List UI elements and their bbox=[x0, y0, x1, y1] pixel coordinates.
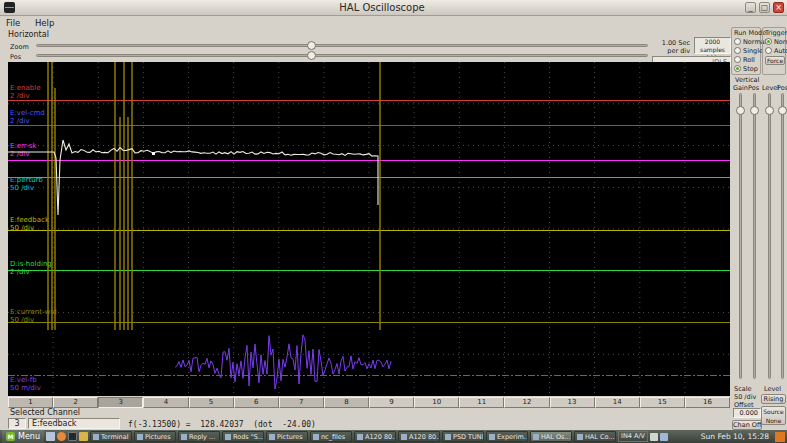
trigger-source-button[interactable]: Source None bbox=[761, 406, 786, 425]
window-button-label: Reply ... bbox=[189, 433, 215, 441]
channel-button-8[interactable]: 8 bbox=[324, 397, 369, 408]
taskbar-window-button[interactable]: HAL Os... bbox=[530, 431, 572, 442]
taskbar-window-button[interactable]: Pictures bbox=[134, 431, 176, 442]
browser-icon[interactable] bbox=[57, 432, 66, 441]
taskbar-window-button[interactable]: Experim... bbox=[486, 431, 528, 442]
slider-handle[interactable] bbox=[307, 41, 316, 50]
cursor-readout: f(-3.13500) = 128.42037 (dot -24.00) bbox=[128, 420, 316, 429]
slider-groove bbox=[36, 44, 648, 47]
channel-button-16[interactable]: 16 bbox=[685, 397, 730, 408]
pos-slider[interactable] bbox=[36, 51, 648, 60]
taskbar: M Menu TerminalPicturesReply ...Rods "S.… bbox=[0, 430, 787, 443]
slider-handle[interactable] bbox=[778, 106, 787, 115]
runmode-options-normal[interactable]: Normal bbox=[734, 37, 758, 46]
slider-handle[interactable] bbox=[750, 106, 759, 115]
channel-button-9[interactable]: 9 bbox=[369, 397, 414, 408]
volume-icon[interactable] bbox=[650, 433, 658, 441]
taskbar-window-button[interactable]: nc_files bbox=[310, 431, 352, 442]
window-titlebar[interactable]: HAL Oscilloscope _ ▢ × bbox=[0, 0, 787, 16]
slider-handle[interactable] bbox=[307, 51, 316, 60]
source-value: None bbox=[762, 416, 785, 425]
selected-channel-name-input[interactable]: E:feedback bbox=[28, 418, 120, 429]
minimize-button[interactable]: _ bbox=[745, 2, 756, 13]
vertical-pos-slider[interactable] bbox=[750, 93, 759, 379]
slider-handle[interactable] bbox=[765, 106, 774, 115]
channel-button-12[interactable]: 12 bbox=[504, 397, 549, 408]
radio-label: Roll bbox=[743, 56, 755, 64]
window-icon bbox=[181, 434, 187, 440]
taskbar-window-button[interactable]: Rods "S... bbox=[222, 431, 264, 442]
window-button-label: nc_files bbox=[321, 433, 345, 441]
selected-channel-number: 3 bbox=[8, 418, 26, 429]
force-button[interactable]: Force bbox=[765, 56, 785, 65]
channel-button-7[interactable]: 7 bbox=[279, 397, 324, 408]
trigger-level-slider[interactable] bbox=[765, 93, 774, 379]
window-icon bbox=[225, 434, 231, 440]
channel-button-5[interactable]: 5 bbox=[189, 397, 234, 408]
files-icon[interactable] bbox=[79, 432, 88, 441]
window-button-label: A120 80... bbox=[409, 433, 440, 441]
start-menu-button[interactable]: M Menu bbox=[2, 430, 44, 443]
channel-button-3[interactable]: 3 bbox=[98, 397, 143, 408]
vertical-pos-header: Pos bbox=[748, 84, 759, 92]
show-desktop-icon[interactable] bbox=[46, 432, 55, 441]
channel-button-14[interactable]: 14 bbox=[595, 397, 640, 408]
channel-button-6[interactable]: 6 bbox=[234, 397, 279, 408]
taskbar-window-button[interactable]: HAL Co... bbox=[574, 431, 616, 442]
taskbar-window-button[interactable]: Terminal bbox=[90, 431, 132, 442]
channel-button-4[interactable]: 4 bbox=[143, 397, 188, 408]
terminal-icon[interactable] bbox=[68, 432, 77, 441]
clock[interactable]: Sun Feb 10, 15:28 bbox=[701, 432, 773, 441]
source-label: Source bbox=[762, 407, 785, 416]
channel-button-15[interactable]: 15 bbox=[640, 397, 685, 408]
close-button[interactable]: × bbox=[773, 2, 784, 13]
trigger-pos-slider[interactable] bbox=[778, 93, 787, 379]
taskbar-window-button[interactable]: Pictures bbox=[266, 431, 308, 442]
channel-button-10[interactable]: 10 bbox=[414, 397, 459, 408]
channel-button-13[interactable]: 13 bbox=[550, 397, 595, 408]
runmode-options-roll[interactable]: Roll bbox=[734, 55, 758, 64]
runmode-options-single[interactable]: Single bbox=[734, 46, 758, 55]
slider-groove bbox=[768, 93, 771, 379]
taskbar-window-button[interactable]: A120 80... bbox=[398, 431, 440, 442]
window-icon bbox=[313, 434, 319, 440]
taskbar-window-button[interactable]: A120 80... bbox=[354, 431, 396, 442]
menu-file[interactable]: File bbox=[0, 17, 26, 29]
notification-square[interactable] bbox=[775, 432, 785, 442]
radio-icon bbox=[734, 65, 741, 72]
taskbar-window-button[interactable]: PSD TUNE bbox=[442, 431, 484, 442]
slider-handle[interactable] bbox=[736, 106, 745, 115]
run-mode-frame: Run Mode NormalSingleRollStop bbox=[731, 27, 761, 75]
menubar: File Help bbox=[0, 17, 787, 29]
menu-help[interactable]: Help bbox=[29, 17, 60, 29]
network-icon[interactable] bbox=[660, 433, 668, 441]
scope-display[interactable]: E:enable2 /divE:vel-cmd2 /divE:err-sk2 /… bbox=[8, 62, 730, 396]
cursor-marker[interactable] bbox=[152, 152, 155, 155]
channel-label: E:vel-fb50 m/div bbox=[10, 376, 41, 392]
taskbar-window-button[interactable]: Reply ... bbox=[178, 431, 220, 442]
trigger-options-normal[interactable]: Normal bbox=[765, 37, 783, 46]
window-icon bbox=[137, 434, 143, 440]
window-icon bbox=[357, 434, 363, 440]
taskbar-window-list: TerminalPicturesReply ...Rods "S...Pictu… bbox=[90, 431, 616, 442]
trigger-slope-button[interactable]: Rising bbox=[761, 394, 786, 404]
channel-button-2[interactable]: 2 bbox=[53, 397, 98, 408]
runmode-options-stop[interactable]: Stop bbox=[734, 64, 758, 73]
window-icon bbox=[489, 434, 495, 440]
vertical-gain-slider[interactable] bbox=[736, 93, 745, 379]
offset-value[interactable]: 0.000 bbox=[733, 408, 761, 418]
samples-count: 2000 samples bbox=[695, 38, 730, 54]
maximize-button[interactable]: ▢ bbox=[759, 2, 770, 13]
window-button-label: Pictures bbox=[277, 433, 303, 441]
scope-canvas: E:enable2 /divE:vel-cmd2 /divE:err-sk2 /… bbox=[8, 62, 730, 396]
zoom-slider[interactable] bbox=[36, 41, 648, 50]
audio-device-tray[interactable]: IN4 A/V bbox=[618, 431, 648, 442]
window-button-label: Rods "S... bbox=[233, 433, 264, 441]
scale-value: 50 /div bbox=[734, 393, 756, 401]
radio-icon bbox=[734, 56, 741, 63]
channel-button-11[interactable]: 11 bbox=[459, 397, 504, 408]
channel-button-1[interactable]: 1 bbox=[8, 397, 53, 408]
trigger-options-auto[interactable]: Auto bbox=[765, 46, 783, 55]
chan-off-button[interactable]: Chan Off bbox=[732, 420, 762, 430]
window-icon bbox=[401, 434, 407, 440]
